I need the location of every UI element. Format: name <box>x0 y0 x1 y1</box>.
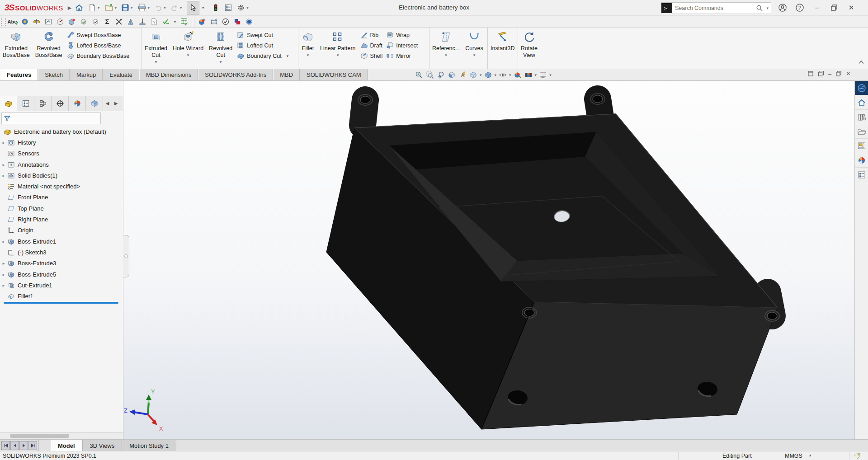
hide-show-items-dropdown[interactable]: ▾ <box>509 73 511 77</box>
curves-button[interactable]: Curves ▾ <box>463 29 486 58</box>
draft-analysis-icon[interactable] <box>125 17 137 27</box>
tab-markup[interactable]: Markup <box>70 69 103 80</box>
doc-minimize-icon[interactable]: – <box>828 70 831 77</box>
toolbar-grip[interactable] <box>1 18 6 26</box>
shell-button[interactable]: Shell <box>360 51 383 61</box>
measure-icon[interactable] <box>31 17 42 27</box>
tree-item-solid-bodies[interactable]: ▸ Solid Bodies(1) <box>0 170 123 181</box>
edit-appearance-icon[interactable] <box>196 17 208 27</box>
3d-views-tab[interactable]: 3D Views <box>83 440 123 451</box>
ribbon-collapse-chevron[interactable] <box>858 60 864 64</box>
hole-wizard-dropdown[interactable]: ▾ <box>187 53 189 57</box>
linear-pattern-button[interactable]: Linear Pattern ▾ <box>318 29 358 58</box>
search-icon[interactable] <box>756 5 763 12</box>
dimxpert-manager-tab[interactable] <box>52 96 69 111</box>
geometry-check-icon[interactable] <box>90 17 101 27</box>
expander-icon[interactable]: ▸ <box>0 261 7 266</box>
instant3d-button[interactable]: Instant3D <box>488 29 517 58</box>
expander-icon[interactable]: ▸ <box>0 140 7 145</box>
check-entity-icon[interactable] <box>78 17 90 27</box>
design-table-icon[interactable] <box>178 17 190 27</box>
home-button[interactable] <box>72 1 86 14</box>
view-orientation-dropdown[interactable]: ▾ <box>480 73 482 77</box>
linear-pattern-dropdown[interactable]: ▾ <box>337 53 339 57</box>
featuremanager-design-tree-tab[interactable] <box>0 96 17 111</box>
reference-geometry-button[interactable]: Referenc... ▾ <box>430 29 462 58</box>
mirror-button[interactable]: Mirror <box>386 51 418 61</box>
extruded-boss-base-button[interactable]: Extruded Boss/Base <box>0 29 32 65</box>
property-manager-tab[interactable] <box>17 96 34 111</box>
tree-item-boss-extrude3[interactable]: ▸ Boss-Extrude3 <box>0 258 123 269</box>
motion-study-tab[interactable]: Motion Study 1 <box>122 440 176 451</box>
logo-flyout-arrow[interactable]: ▶ <box>68 5 71 11</box>
help-icon[interactable]: ? <box>791 0 808 15</box>
cut-group-dropdown[interactable]: ▾ <box>287 54 289 58</box>
dynamic-annotation-views-icon[interactable]: A <box>458 70 467 80</box>
apply-scene-icon[interactable] <box>524 70 533 80</box>
tree-item-boss-extrude5[interactable]: ▸ Boss-Extrude5 <box>0 269 123 280</box>
file-explorer-icon[interactable] <box>855 124 868 139</box>
swept-cut-button[interactable]: Swept Cut <box>237 30 288 40</box>
tools-dropdown[interactable]: ▾ <box>172 17 178 27</box>
tree-item-right-plane[interactable]: Right Plane <box>0 214 123 225</box>
redo-button[interactable] <box>168 1 184 14</box>
view-settings-dropdown[interactable]: ▾ <box>549 73 552 77</box>
rollback-bar[interactable] <box>4 302 118 304</box>
threedexperience-icon[interactable] <box>855 81 868 95</box>
rib-button[interactable]: Rib <box>360 30 383 40</box>
tree-item-origin[interactable]: Origin <box>0 225 123 236</box>
tab-solidworks-cam[interactable]: SOLIDWORKS CAM <box>300 69 368 80</box>
revolved-cut-button[interactable]: Revolved Cut ▾ <box>207 29 235 65</box>
design-library-icon[interactable] <box>855 110 868 124</box>
expander-icon[interactable]: ▸ <box>0 162 7 167</box>
doc-restore-icon[interactable] <box>835 70 842 77</box>
curves-dropdown[interactable]: ▾ <box>473 53 476 57</box>
revolved-boss-base-button[interactable]: Revolved Boss/Base <box>33 29 65 65</box>
draft-button[interactable]: Draft <box>360 41 383 50</box>
design-checker-icon[interactable] <box>160 17 172 27</box>
view-orientation-icon[interactable] <box>468 70 478 80</box>
rebuild-button[interactable] <box>209 1 222 14</box>
search-commands-box[interactable]: >_ ▾ <box>661 2 771 14</box>
lofted-boss-base-button[interactable]: Lofted Boss/Base <box>67 41 130 50</box>
print-button[interactable] <box>135 1 152 14</box>
equations-icon[interactable]: Σ <box>101 17 113 27</box>
previous-tab-button[interactable] <box>10 441 19 450</box>
doc-new-window-icon[interactable] <box>807 70 814 77</box>
apply-scene-dropdown[interactable]: ▾ <box>535 73 537 77</box>
tree-item-sensors[interactable]: Sensors <box>0 148 123 159</box>
tree-item-fillet1[interactable]: Fillet1 <box>0 291 123 301</box>
zoom-to-fit-icon[interactable] <box>414 70 424 80</box>
save-button[interactable] <box>119 1 135 14</box>
edit-appearance-viewport-icon[interactable] <box>513 70 523 80</box>
grid-system-icon[interactable]: # <box>208 17 220 27</box>
lofted-cut-button[interactable]: Lofted Cut <box>237 41 288 50</box>
doc-close-icon[interactable]: ✕ <box>846 70 850 77</box>
doc-tile-icon[interactable] <box>818 70 824 77</box>
tag-icon[interactable] <box>854 452 861 460</box>
file-properties-button[interactable] <box>222 1 235 14</box>
spell-checker-icon[interactable]: Abc <box>7 17 19 27</box>
display-style-icon[interactable] <box>483 70 493 80</box>
verification-icon[interactable] <box>220 17 231 27</box>
expander-icon[interactable]: ▸ <box>0 173 7 178</box>
fillet-dropdown[interactable]: ▾ <box>307 53 309 57</box>
expander-icon[interactable]: ▸ <box>0 283 7 288</box>
geometry-analysis-icon[interactable] <box>66 17 78 27</box>
open-document-button[interactable] <box>102 1 119 14</box>
cam-tree-tab[interactable] <box>86 96 103 111</box>
select-tool-dropdown[interactable]: ▾ <box>199 1 207 14</box>
previous-view-icon[interactable] <box>436 70 446 80</box>
hide-show-items-icon[interactable] <box>498 70 508 80</box>
boundary-cut-button[interactable]: Boundary Cut ▾ <box>237 51 288 61</box>
tree-item-material[interactable]: Material <not specified> <box>0 181 123 192</box>
scrollbar-thumb[interactable] <box>10 434 69 438</box>
tab-mbd-dimensions[interactable]: MBD Dimensions <box>139 69 198 80</box>
tab-solidworks-addins[interactable]: SOLIDWORKS Add-Ins <box>198 69 273 80</box>
edrawings-icon[interactable] <box>243 17 255 27</box>
fm-tabs-scroll-right[interactable]: ▶ <box>112 96 120 111</box>
import-diagnostics-icon[interactable]: ? <box>148 17 160 27</box>
sensor-icon[interactable] <box>42 17 54 27</box>
fm-tabs-scroll-left[interactable]: ◀ <box>103 96 112 111</box>
boundary-boss-base-button[interactable]: Boundary Boss/Base <box>67 51 130 61</box>
